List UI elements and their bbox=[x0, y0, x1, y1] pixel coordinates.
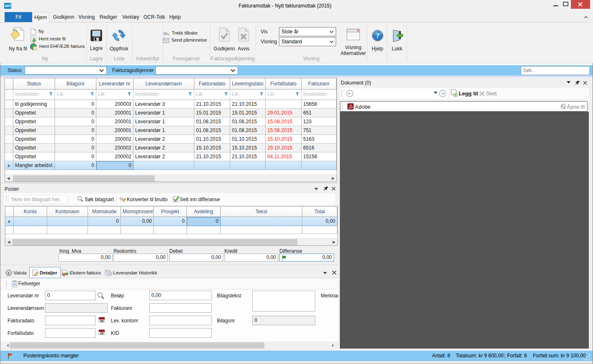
svg-text:?: ? bbox=[376, 32, 379, 40]
svg-text:€: € bbox=[8, 271, 10, 275]
svg-text:R: R bbox=[106, 270, 108, 272]
svg-text:26: 26 bbox=[100, 319, 103, 323]
svg-text:A: A bbox=[563, 106, 565, 109]
svg-text:26: 26 bbox=[100, 332, 103, 335]
svg-text:e: e bbox=[63, 273, 65, 276]
